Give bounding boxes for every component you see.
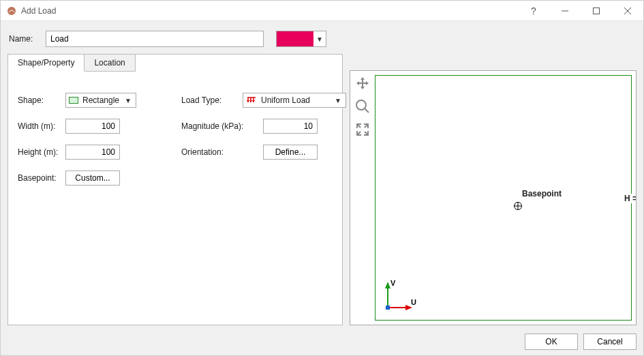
tab-location[interactable]: Location [84, 54, 135, 72]
tab-shape-property[interactable]: Shape/Property [7, 54, 85, 72]
svg-marker-10 [249, 100, 252, 102]
left-panel: Shape/Property Location Shape: [7, 54, 343, 325]
tab-label: Location [94, 58, 125, 68]
color-swatch [277, 31, 313, 46]
loadtype-label: Load Type: [181, 95, 243, 105]
loadtype-selected: Uniform Load [260, 95, 333, 105]
axis-gizmo-icon: V U [378, 276, 419, 317]
shape-label: Shape: [18, 95, 65, 105]
app-icon [6, 5, 17, 16]
pan-icon[interactable] [353, 74, 372, 93]
titlebar: Add Load ? [1, 1, 643, 21]
tab-bar: Shape/Property Location [7, 54, 342, 72]
svg-rect-4 [70, 98, 78, 104]
height-input[interactable] [65, 145, 120, 160]
basepoint-marker-icon [513, 201, 523, 211]
shape-dropdown[interactable]: Rectangle ▼ [65, 93, 136, 108]
viewport-canvas[interactable]: Basepoint V U [375, 75, 632, 321]
svg-point-0 [7, 7, 16, 15]
help-button[interactable]: ? [518, 1, 549, 21]
shape-selected: Rectangle [81, 95, 123, 105]
svg-marker-11 [252, 100, 255, 102]
axis-u-label: U [411, 298, 416, 306]
height-label: Height (m): [18, 147, 65, 157]
dialog-add-load: Add Load ? Name: ▼ Shape/Property [0, 0, 644, 356]
maximize-button[interactable] [581, 1, 612, 21]
name-row: Name: ▼ [1, 21, 643, 54]
uniform-load-icon [246, 96, 257, 104]
fit-extents-icon[interactable] [353, 120, 372, 139]
svg-rect-21 [386, 306, 390, 310]
svg-text:?: ? [531, 6, 536, 16]
magnitude-input[interactable] [263, 119, 318, 134]
viewport-panel: Basepoint V U [350, 70, 637, 325]
color-picker[interactable]: ▼ [276, 31, 326, 47]
rectangle-icon [69, 97, 78, 104]
name-input[interactable] [46, 31, 264, 47]
svg-point-12 [356, 100, 366, 110]
chevron-down-icon: ▼ [333, 97, 343, 104]
window-title: Add Load [21, 6, 56, 16]
name-label: Name: [9, 34, 40, 44]
cancel-button[interactable]: Cancel [583, 333, 637, 350]
zoom-icon[interactable] [353, 97, 372, 116]
basepoint-text: Basepoint [522, 189, 562, 198]
magnitude-label: Magnitude (kPa): [181, 121, 243, 131]
orientation-label: Orientation: [181, 147, 243, 157]
close-button[interactable] [612, 1, 643, 21]
orientation-define-button[interactable]: Define... [263, 145, 318, 160]
dialog-footer: OK Cancel [1, 329, 643, 355]
tab-label: Shape/Property [18, 58, 74, 68]
svg-marker-18 [385, 282, 390, 288]
ok-button[interactable]: OK [525, 333, 578, 350]
tab-body-shape: Shape: Rectangle ▼ L [8, 72, 342, 325]
basepoint-custom-button[interactable]: Custom... [65, 170, 120, 186]
viewport-toolbar [353, 74, 372, 139]
width-input[interactable] [65, 119, 120, 134]
chevron-down-icon: ▼ [123, 97, 133, 104]
loadtype-dropdown[interactable]: Uniform Load ▼ [243, 93, 346, 108]
width-label: Width (m): [18, 121, 65, 131]
axis-v-label: V [390, 279, 396, 287]
main-area: Shape/Property Location Shape: [1, 54, 643, 329]
h-label: H = [624, 194, 637, 203]
minimize-button[interactable] [549, 1, 581, 21]
svg-marker-9 [247, 100, 249, 102]
chevron-down-icon: ▼ [313, 35, 326, 43]
basepoint-label: Basepoint: [18, 173, 65, 183]
svg-rect-3 [594, 8, 600, 14]
svg-line-13 [365, 108, 369, 113]
